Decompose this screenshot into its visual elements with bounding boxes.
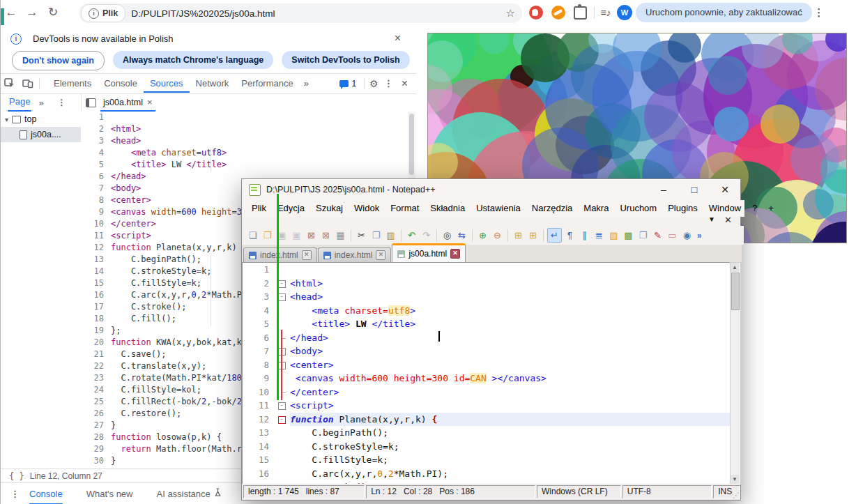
site-info-chip[interactable]: i Plik: [81, 4, 125, 22]
maximize-button[interactable]: □: [679, 179, 710, 200]
update-chrome-pill[interactable]: Uruchom ponownie, aby zaktualizować: [636, 3, 812, 22]
menu-?[interactable]: ?: [747, 200, 763, 217]
panel-close-icon[interactable]: ✕: [724, 215, 732, 225]
notification-button[interactable]: Always match Chrome's language: [113, 51, 273, 69]
menu-uruchom[interactable]: Uruchom: [614, 200, 662, 217]
editor-tab-js00a[interactable]: js00a.html ×: [100, 93, 155, 112]
fold-margin[interactable]: [269, 426, 290, 440]
toolbar-more-icon[interactable]: »: [697, 231, 702, 240]
navigator-page-tab[interactable]: Page: [8, 93, 31, 112]
indent-guide-icon[interactable]: ∥: [578, 229, 591, 242]
close-doc-icon[interactable]: ⊠: [305, 229, 318, 242]
fold-collapse-icon[interactable]: -: [278, 402, 286, 410]
fold-margin[interactable]: [269, 372, 290, 385]
more-tabs-icon[interactable]: »: [300, 78, 313, 89]
close-all-icon[interactable]: ⊠: [319, 229, 333, 242]
find-icon[interactable]: ◎: [441, 229, 454, 242]
menu-szukaj[interactable]: Szukaj: [310, 200, 349, 217]
undo-icon[interactable]: ↶: [405, 229, 418, 242]
function-list-icon[interactable]: ≣: [593, 229, 606, 242]
macro-icon[interactable]: ✎: [651, 229, 664, 242]
bookmark-star-icon[interactable]: ☆: [506, 7, 515, 20]
fold-margin[interactable]: -: [269, 277, 290, 291]
menu-narz-dzia[interactable]: Narzędzia: [526, 200, 579, 217]
drawer-tab-what-s-new[interactable]: What's new: [86, 483, 133, 504]
open-folder-icon[interactable]: ❐: [261, 229, 274, 242]
sync-horizontal-icon[interactable]: ⊞: [526, 229, 540, 242]
menu-+[interactable]: +: [763, 200, 779, 217]
zoom-out-icon[interactable]: ⊖: [491, 229, 504, 242]
menu-plugins[interactable]: Plugins: [662, 200, 703, 217]
doc-list-icon[interactable]: ▩: [622, 229, 635, 242]
fold-margin[interactable]: -: [269, 413, 290, 427]
hide-navigator-icon[interactable]: [86, 98, 96, 107]
replace-icon[interactable]: ⇆: [455, 229, 468, 242]
url-text[interactable]: D:/PULPIT/JS%202025/js00a.html: [131, 8, 505, 19]
drawer-menu-icon[interactable]: ⋮: [10, 489, 20, 499]
fold-collapse-icon[interactable]: -: [278, 280, 286, 288]
copy-icon[interactable]: ❐: [369, 229, 383, 242]
fold-collapse-icon[interactable]: -: [278, 293, 286, 301]
devtools-tab-performance[interactable]: Performance: [235, 74, 299, 93]
scroll-down-icon[interactable]: ▼: [731, 475, 739, 484]
fold-margin[interactable]: -: [269, 344, 290, 358]
resize-grip[interactable]: ⋰: [733, 491, 740, 499]
new-file-icon[interactable]: ❏: [246, 229, 259, 242]
status-eol[interactable]: Windows (CR LF): [537, 485, 621, 498]
braces-icon[interactable]: { }: [9, 471, 24, 481]
devtools-tab-console[interactable]: Console: [98, 74, 144, 93]
orange-extension-icon[interactable]: [551, 6, 565, 20]
doc-map-icon[interactable]: ▨: [607, 229, 620, 242]
status-encoding[interactable]: UTF-8: [622, 485, 712, 498]
devtools-menu-icon[interactable]: ⋮: [381, 78, 396, 89]
drawer-tab-console[interactable]: Console: [29, 483, 63, 504]
show-all-chars-icon[interactable]: ¶: [563, 229, 576, 242]
zoom-in-icon[interactable]: ⊕: [476, 229, 489, 242]
forward-icon[interactable]: →: [22, 0, 43, 25]
extensions-puzzle-icon[interactable]: [574, 6, 587, 20]
menu-plik[interactable]: Plik: [246, 200, 272, 217]
device-toolbar-icon[interactable]: [22, 79, 33, 89]
save-all-icon[interactable]: ▣: [290, 229, 303, 242]
doc-switcher-icon[interactable]: ❐: [636, 229, 650, 242]
address-bar[interactable]: i Plik D:/PULPIT/JS%202025/js00a.html ☆: [79, 3, 522, 23]
notification-close-icon[interactable]: ×: [395, 32, 401, 45]
devtools-tab-network[interactable]: Network: [190, 74, 236, 93]
menu-sk-adnia[interactable]: Składnia: [425, 200, 471, 217]
navigator-more-icon[interactable]: »: [38, 98, 43, 108]
fold-margin[interactable]: -: [269, 358, 290, 372]
reload-icon[interactable]: ↻: [43, 0, 63, 25]
menu-makra[interactable]: Makra: [578, 200, 614, 217]
fold-margin[interactable]: [269, 385, 290, 399]
minimize-button[interactable]: –: [648, 179, 679, 200]
run-folder-icon[interactable]: ▭: [666, 229, 679, 242]
redo-icon[interactable]: ↷: [420, 229, 433, 242]
devtools-tab-sources[interactable]: Sources: [144, 74, 190, 93]
tab-close-icon[interactable]: ✕: [376, 250, 385, 260]
fold-margin[interactable]: [269, 263, 290, 277]
fold-margin[interactable]: -: [269, 399, 290, 413]
paste-icon[interactable]: ▥: [384, 229, 397, 242]
inspect-icon[interactable]: [4, 78, 15, 89]
menu-format[interactable]: Format: [385, 200, 425, 217]
close-button[interactable]: ✕: [710, 179, 740, 200]
scrollbar-thumb[interactable]: [731, 273, 740, 310]
tab-close-icon[interactable]: ✕: [302, 250, 312, 260]
notification-button[interactable]: Switch DevTools to Polish: [282, 51, 409, 69]
issues-bubble-icon[interactable]: [339, 80, 349, 87]
side-panel-icon[interactable]: ≡♪: [597, 0, 614, 25]
print-icon[interactable]: ▦: [334, 229, 347, 242]
word-wrap-icon[interactable]: ↵: [547, 228, 562, 243]
fold-margin[interactable]: [269, 317, 290, 331]
preview-eye-icon[interactable]: ◉: [680, 229, 694, 242]
editor-scrollbar[interactable]: ▲ ▼: [730, 262, 741, 484]
fold-collapse-icon[interactable]: -: [278, 416, 286, 424]
dropdown-caret-icon[interactable]: ▼: [708, 215, 715, 223]
chevron-down-icon[interactable]: ▾: [5, 116, 8, 123]
notification-button[interactable]: Don't show again: [12, 51, 105, 70]
fold-margin[interactable]: [269, 467, 290, 481]
scroll-up-icon[interactable]: ▲: [731, 263, 739, 272]
browser-menu-icon[interactable]: ⋮: [812, 0, 826, 25]
fold-margin[interactable]: [269, 453, 290, 467]
sync-vertical-icon[interactable]: ⊞: [512, 229, 525, 242]
